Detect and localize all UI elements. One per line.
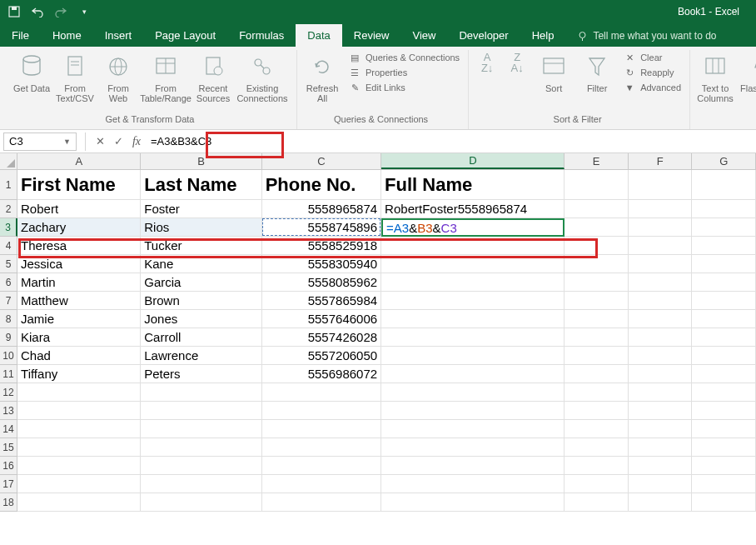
cell-G10[interactable]: [692, 347, 756, 365]
cell-D7[interactable]: [381, 292, 565, 310]
cell-E13[interactable]: [565, 402, 629, 420]
cell-C12[interactable]: [262, 383, 381, 402]
cell-C6[interactable]: 5558085962: [262, 273, 381, 292]
cell-A9[interactable]: Kiara: [17, 328, 141, 347]
tab-help[interactable]: Help: [520, 24, 566, 47]
row-header-10[interactable]: 10: [0, 347, 17, 365]
cell-B7[interactable]: Brown: [141, 292, 261, 310]
cell-G3[interactable]: [692, 218, 756, 237]
reapply-button[interactable]: ↻Reapply: [624, 67, 681, 78]
cell-G9[interactable]: [692, 328, 756, 347]
from-csv-button[interactable]: From Text/CSV: [55, 52, 95, 103]
row-header-11[interactable]: 11: [0, 365, 17, 383]
cell-A15[interactable]: [17, 438, 141, 457]
header-cell-G[interactable]: [692, 170, 756, 200]
cell-A13[interactable]: [17, 402, 141, 420]
cell-G17[interactable]: [692, 475, 756, 493]
cell-C14[interactable]: [262, 420, 381, 438]
column-header-G[interactable]: G: [692, 153, 756, 169]
cell-A16[interactable]: [17, 457, 141, 475]
cell-F17[interactable]: [629, 475, 693, 493]
cell-G13[interactable]: [692, 402, 756, 420]
cell-D10[interactable]: [381, 347, 565, 365]
cell-A18[interactable]: [17, 493, 141, 512]
cell-B11[interactable]: Peters: [141, 365, 261, 383]
cell-D11[interactable]: [381, 365, 565, 383]
cancel-formula-button[interactable]: ✕: [91, 132, 109, 151]
header-cell-A[interactable]: First Name: [17, 170, 141, 200]
cell-A3[interactable]: Zachary: [17, 218, 141, 237]
cell-C18[interactable]: [262, 493, 381, 512]
queries-connections-button[interactable]: ▤Queries & Connections: [349, 52, 460, 63]
cell-C9[interactable]: 5557426028: [262, 328, 381, 347]
tab-developer[interactable]: Developer: [447, 24, 520, 47]
cell-B2[interactable]: Foster: [141, 200, 261, 218]
cell-G14[interactable]: [692, 420, 756, 438]
cell-E7[interactable]: [565, 292, 629, 310]
cell-B18[interactable]: [141, 493, 261, 512]
cell-F11[interactable]: [629, 365, 693, 383]
cell-G11[interactable]: [692, 365, 756, 383]
header-cell-C[interactable]: Phone No.: [262, 170, 381, 200]
cell-E17[interactable]: [565, 475, 629, 493]
cell-B8[interactable]: Jones: [141, 310, 261, 328]
cell-C13[interactable]: [262, 402, 381, 420]
cell-G12[interactable]: [692, 383, 756, 402]
row-header-2[interactable]: 2: [0, 200, 17, 218]
header-cell-E[interactable]: [565, 170, 629, 200]
cell-D8[interactable]: [381, 310, 565, 328]
column-header-C[interactable]: C: [262, 153, 382, 169]
row-header-13[interactable]: 13: [0, 402, 17, 420]
cell-C17[interactable]: [262, 475, 381, 493]
cell-B13[interactable]: [141, 402, 261, 420]
cell-C7[interactable]: 5557865984: [262, 292, 381, 310]
tell-me-search[interactable]: Tell me what you want to do: [565, 25, 728, 47]
cell-F6[interactable]: [629, 273, 693, 292]
row-header-16[interactable]: 16: [0, 457, 17, 475]
clear-filter-button[interactable]: ✕Clear: [624, 52, 681, 63]
cell-E8[interactable]: [565, 310, 629, 328]
cell-E2[interactable]: [565, 200, 629, 218]
formula-input[interactable]: [146, 132, 756, 151]
row-header-7[interactable]: 7: [0, 292, 17, 310]
cell-B6[interactable]: Garcia: [141, 273, 261, 292]
header-cell-F[interactable]: [629, 170, 693, 200]
cell-B10[interactable]: Lawrence: [141, 347, 261, 365]
refresh-all-button[interactable]: Refresh All: [302, 52, 342, 103]
cell-E9[interactable]: [565, 328, 629, 347]
get-data-button[interactable]: Get Data: [12, 52, 52, 93]
name-box[interactable]: C3 ▼: [3, 132, 77, 151]
cell-F3[interactable]: [629, 218, 693, 237]
edit-links-button[interactable]: ✎Edit Links: [349, 82, 460, 93]
cell-B14[interactable]: [141, 420, 261, 438]
cell-E11[interactable]: [565, 365, 629, 383]
row-header-5[interactable]: 5: [0, 255, 17, 273]
cell-F7[interactable]: [629, 292, 693, 310]
cell-A4[interactable]: Theresa: [17, 237, 141, 255]
cell-A2[interactable]: Robert: [17, 200, 141, 218]
cell-C3[interactable]: 5558745896: [262, 218, 381, 237]
cell-G18[interactable]: [692, 493, 756, 512]
cell-A10[interactable]: Chad: [17, 347, 141, 365]
row-header-15[interactable]: 15: [0, 438, 17, 457]
cell-D5[interactable]: [381, 255, 565, 273]
sort-az-button[interactable]: AZ↓: [474, 52, 500, 72]
cell-F2[interactable]: [629, 200, 693, 218]
cell-B3[interactable]: Rios: [141, 218, 261, 237]
row-header-4[interactable]: 4: [0, 237, 17, 255]
cell-E15[interactable]: [565, 438, 629, 457]
save-icon[interactable]: [7, 4, 22, 19]
cell-E18[interactable]: [565, 493, 629, 512]
cell-C5[interactable]: 5558305940: [262, 255, 381, 273]
column-header-F[interactable]: F: [629, 153, 693, 169]
header-cell-D[interactable]: Full Name: [381, 170, 565, 200]
header-cell-B[interactable]: Last Name: [141, 170, 261, 200]
row-header-3[interactable]: 3: [0, 218, 17, 237]
cell-C16[interactable]: [262, 457, 381, 475]
row-header-12[interactable]: 12: [0, 383, 17, 402]
cell-B4[interactable]: Tucker: [141, 237, 261, 255]
recent-sources-button[interactable]: Recent Sources: [193, 52, 233, 103]
cell-F15[interactable]: [629, 438, 693, 457]
row-header-1[interactable]: 1: [0, 170, 17, 200]
filter-button[interactable]: Filter: [577, 52, 617, 93]
